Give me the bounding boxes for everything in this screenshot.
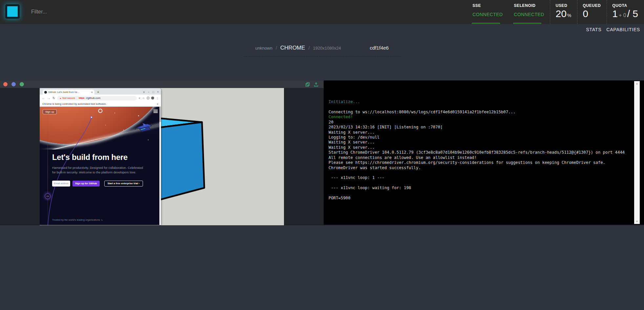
separator: /	[276, 45, 277, 51]
queued-block: QUEUED 0	[577, 0, 607, 24]
github-logo-icon[interactable]	[98, 109, 103, 113]
forward-icon[interactable]: →	[47, 96, 50, 100]
scroll-down-icon[interactable]: ▼	[634, 219, 640, 224]
spaceship-image	[134, 121, 153, 134]
window-controls: ∨ − □ ×	[143, 90, 159, 94]
automation-infobar: Chrome is being controlled by automated …	[40, 101, 161, 107]
vnc-panel: GitHub: Let's build from he... × + ∨ − □…	[0, 80, 324, 225]
code-icon: <>	[45, 193, 50, 199]
menu-chevron-icon[interactable]: ∨	[143, 90, 145, 94]
log-line: Waiting X server...	[329, 130, 631, 135]
quota-pending: + 0	[619, 12, 626, 18]
log-line: 2023/02/13 14:32:16 [INIT] [Listening on…	[329, 125, 631, 130]
page-scrollbar-thumb[interactable]	[159, 107, 161, 122]
enterprise-trial-button[interactable]: Start a free enterprise trial ›	[104, 181, 143, 187]
signup-for-github-button[interactable]: Sign up for GitHub	[72, 181, 100, 187]
selenoid-ui-logo[interactable]	[5, 4, 20, 19]
separator: /	[308, 45, 310, 51]
status-panel: SSE CONNECTED SELENOID CONNECTED USED 20…	[467, 0, 644, 24]
browser-tab[interactable]: GitHub: Let's build from he... ×	[43, 90, 94, 95]
log-scrollbar[interactable]: ▲ ▼	[634, 81, 640, 224]
scroll-up-icon[interactable]: ▲	[634, 81, 640, 86]
url-host: ://github.com	[85, 97, 100, 100]
infobar-text: Chrome is being controlled by automated …	[42, 102, 107, 105]
sse-label: SSE	[473, 3, 503, 8]
infobar-close-icon[interactable]: ×	[157, 102, 158, 106]
log-line: Please see https://chromedriver.chromium…	[329, 160, 631, 165]
star-icon[interactable]: ☆	[142, 97, 145, 100]
traffic-light-green-icon	[20, 82, 24, 86]
copy-clipboard-icon[interactable]	[305, 82, 310, 87]
tab-stats[interactable]: STATS	[586, 27, 601, 32]
quota-block: QUOTA 1+ 0/ 5	[607, 0, 644, 24]
remote-chrome-window: GitHub: Let's build from he... × + ∨ − □…	[40, 88, 161, 225]
session-browser: CHROME	[280, 45, 305, 51]
back-icon[interactable]: ←	[42, 96, 45, 100]
github-hero: Let's build from here Harnessed for prod…	[52, 153, 151, 187]
filter-input[interactable]	[31, 6, 169, 18]
session-row[interactable]: unknown / CHROME / 1920x1080x24 cdf1f4e6	[243, 45, 401, 57]
new-tab-icon[interactable]: +	[97, 90, 99, 94]
selenoid-ui-app: { "topbar": { "filter_placeholder": "Fil…	[0, 0, 644, 310]
selenoid-status-value: CONNECTED	[514, 12, 544, 17]
page-scrollbar[interactable]	[159, 107, 161, 225]
vnc-header	[0, 80, 324, 88]
queued-label: QUEUED	[583, 3, 601, 8]
traffic-light-red-icon	[3, 82, 8, 86]
log-line: ChromeDriver was started successfully.	[329, 166, 631, 170]
log-line	[329, 105, 631, 110]
log-line	[329, 181, 631, 186]
used-unit: %	[567, 13, 571, 18]
hero-subtext: Harnessed for productivity. Designed for…	[52, 166, 147, 175]
github-signup-link[interactable]: Sign up	[43, 109, 57, 114]
browser-toolbar: ← → ↻ ▲ Not secure https ://github.com <…	[40, 95, 161, 101]
log-line: Connecting to ws://localhost:8080/ws/log…	[329, 110, 631, 115]
url-protocol: https	[79, 97, 84, 100]
tab-capabilities[interactable]: CAPABILITIES	[606, 27, 640, 32]
reading-list-icon[interactable]	[147, 97, 149, 99]
star-dot	[123, 130, 124, 130]
star-dot	[138, 115, 139, 116]
close-icon[interactable]: ×	[157, 90, 159, 94]
sse-status-value: CONNECTED	[473, 12, 503, 17]
selenoid-status-block: SELENOID CONNECTED	[509, 0, 550, 24]
tab-close-icon[interactable]: ×	[91, 91, 93, 94]
log-line: Logging to: /dev/null	[329, 135, 631, 140]
log-line: Initialize...	[329, 100, 631, 104]
log-line: Starting ChromeDriver 104.0.5112.79 (3cf…	[329, 150, 631, 155]
traffic-light-blue-icon	[11, 82, 16, 86]
quota-label: QUOTA	[612, 3, 638, 8]
toolbar-actions: < ☆ ⋮	[139, 97, 159, 100]
top-bar: SSE CONNECTED SELENOID CONNECTED USED 20…	[0, 0, 644, 24]
star-dot	[114, 113, 115, 113]
minimize-icon[interactable]: −	[148, 90, 150, 94]
reload-icon[interactable]: ↻	[52, 96, 55, 100]
share-icon[interactable]: <	[139, 97, 140, 100]
divider	[77, 97, 77, 100]
address-bar[interactable]: ▲ Not secure https ://github.com	[57, 96, 137, 100]
blue-cube-drawing	[154, 116, 209, 202]
not-secure-label: Not secure	[62, 97, 75, 100]
session-id: cdf1f4e6	[370, 45, 389, 51]
vnc-remote-screen[interactable]: GitHub: Let's build from he... × + ∨ − □…	[40, 88, 284, 225]
github-favicon-icon	[44, 91, 47, 94]
log-line: Connected!	[329, 115, 631, 120]
profile-avatar[interactable]	[151, 97, 154, 100]
vertical-glow-line	[48, 107, 48, 225]
log-output: Initialize... Connecting to ws://localho…	[329, 84, 631, 223]
star-dot	[148, 140, 149, 140]
github-page: Sign up Let's build from here Harnessed …	[40, 107, 161, 225]
session-name: unknown	[255, 46, 272, 51]
hamburger-menu-icon[interactable]	[153, 110, 158, 114]
log-line: All remote connections are allowed. Use …	[329, 155, 631, 160]
maximize-icon[interactable]: □	[152, 90, 154, 94]
queued-value: 0	[583, 8, 601, 19]
email-field[interactable]	[52, 181, 70, 187]
upload-icon[interactable]	[314, 82, 318, 87]
warning-icon: ▲	[59, 97, 61, 99]
window-traffic-lights	[3, 82, 24, 86]
kebab-menu-icon[interactable]: ⋮	[156, 97, 159, 100]
log-line: Waiting X server...	[329, 145, 631, 150]
used-label: USED	[555, 3, 571, 8]
sse-status-block: SSE CONNECTED	[467, 0, 509, 24]
